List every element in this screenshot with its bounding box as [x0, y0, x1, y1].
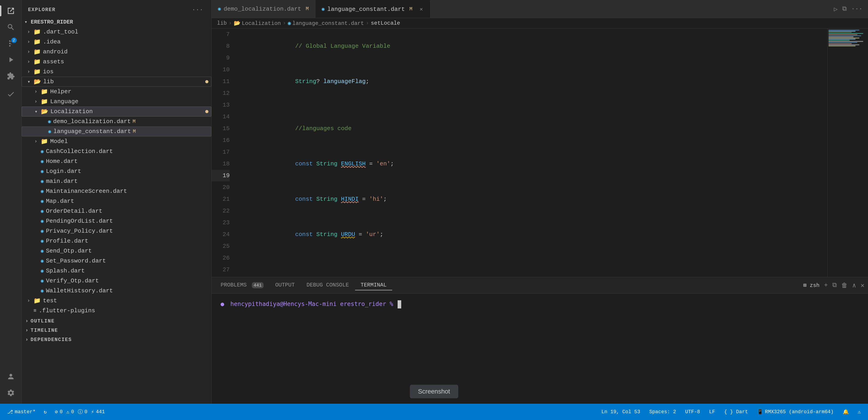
status-device[interactable]: 📱 RMX3265 (android-arm64) — [755, 408, 835, 416]
chevron-right-icon8: › — [34, 139, 41, 144]
localization-modified-dot — [205, 110, 209, 113]
demo-localization-badge: M — [133, 119, 135, 124]
status-notifications[interactable]: 🔔 — [841, 408, 850, 416]
code-editor[interactable]: 7 8 9 10 11 12 13 14 15 16 17 18 19 20 — [212, 29, 868, 277]
ln21: 21 — [212, 193, 230, 205]
sidebar-item-splash[interactable]: ◉ Splash.dart — [22, 266, 211, 276]
panel-tab-terminal[interactable]: TERMINAL — [355, 280, 392, 290]
chevron-down-icon: ▾ — [24, 19, 31, 25]
code-content[interactable]: // Global Language Variable String? lang… — [234, 29, 827, 277]
terminal-maximize-icon[interactable]: ∧ — [852, 281, 856, 289]
status-branch[interactable]: ⎇ master* — [5, 408, 37, 416]
sidebar-item-privacy[interactable]: ◉ Privacy_Policy.dart — [22, 226, 211, 236]
sidebar-section-dependencies[interactable]: › DEPENDENCIES — [22, 334, 211, 343]
panel-content[interactable]: ● hencypithadiya@Hencys-Mac-mini erestro… — [212, 293, 868, 404]
sidebar-more-icon[interactable]: ··· — [190, 5, 205, 14]
sidebar-item-project[interactable]: ▾ ERESTRO_RIDER — [22, 17, 211, 27]
tab-language-constant[interactable]: ◉ language_constant.dart M ✕ — [315, 0, 430, 18]
sidebar-section-timeline[interactable]: › TIMELINE — [22, 325, 211, 334]
sidebar-item-setpassword[interactable]: ◉ Set_Password.dart — [22, 256, 211, 266]
run-icon[interactable]: ▷ — [834, 5, 838, 13]
extensions-activity-icon[interactable] — [4, 69, 18, 83]
sidebar-item-lib[interactable]: ▾ 📂 lib — [22, 77, 211, 87]
sidebar-item-pendingordlist[interactable]: ◉ PendingOrdList.dart — [22, 216, 211, 226]
sidebar-item-maintainance[interactable]: ◉ MaintainanceScreen.dart — [22, 186, 211, 196]
sidebar-item-demo-localization[interactable]: ◉ demo_localization.dart M — [22, 116, 211, 127]
split-editor-icon[interactable]: ⧉ — [842, 5, 847, 12]
ln20: 20 — [212, 181, 230, 193]
account-activity-icon[interactable] — [4, 369, 18, 384]
sidebar-item-idea[interactable]: › 📁 .idea — [22, 37, 211, 47]
sidebar-item-flutter-plugins[interactable]: ≡ .flutter-plugins — [22, 306, 211, 316]
code-line-12: const String HINDI = 'hi'; — [239, 181, 827, 217]
breadcrumb-localization[interactable]: 📂Localization — [234, 20, 281, 26]
sidebar-item-model[interactable]: › 📁 Model — [22, 136, 211, 146]
sidebar-item-home[interactable]: ◉ Home.dart — [22, 157, 211, 166]
tab-demo-localization[interactable]: ◉ demo_localization.dart M — [212, 0, 315, 18]
chevron-down-icon2: ▾ — [27, 79, 34, 85]
explorer-activity-icon[interactable] — [4, 4, 18, 18]
sidebar-item-android[interactable]: › 📁 android — [22, 47, 211, 57]
device-icon: 📱 — [757, 409, 763, 415]
sidebar-item-localization[interactable]: ▾ 📂 Localization — [22, 107, 211, 116]
test-label: test — [43, 297, 57, 304]
ln25: 25 — [212, 240, 230, 252]
sidebar-item-language[interactable]: › 📁 Language — [22, 96, 211, 107]
source-control-badge: 2 — [11, 37, 17, 43]
sidebar-item-helper[interactable]: › 📁 Helper — [22, 87, 211, 96]
tab-close-icon[interactable]: ✕ — [418, 5, 424, 13]
code-line-11: const String ENGLISH = 'en'; — [239, 146, 827, 181]
breadcrumb-language-constant[interactable]: ◉language_constant.dart — [288, 20, 364, 26]
status-feedback[interactable]: ⚠ — [856, 408, 863, 416]
terminal-shell-label: ⊞ zsh — [803, 282, 819, 288]
breadcrumb-setlocale[interactable]: setLocale — [371, 20, 400, 26]
ln10: 10 — [212, 64, 230, 76]
sidebar-item-verifyotp[interactable]: ◉ Verify_Otp.dart — [22, 276, 211, 286]
sidebar-item-orderdetail[interactable]: ◉ OrderDetail.dart — [22, 206, 211, 216]
terminal-split-icon[interactable]: ⧉ — [832, 282, 837, 289]
status-encoding[interactable]: UTF-8 — [683, 408, 702, 416]
ln9: 9 — [212, 52, 230, 64]
sidebar-item-sendotp[interactable]: ◉ Send_Otp.dart — [22, 246, 211, 256]
sidebar-item-cashcollection[interactable]: ◉ CashCollection.dart — [22, 146, 211, 157]
sidebar-item-main[interactable]: ◉ main.dart — [22, 176, 211, 186]
feedback-icon: ⚠ — [858, 409, 861, 415]
terminal-close-icon[interactable]: ✕ — [861, 281, 864, 289]
status-language[interactable]: { } Dart — [722, 408, 750, 416]
settings-activity-icon[interactable] — [4, 386, 18, 400]
sidebar-item-wallethistsory[interactable]: ◉ WalletHistsory.dart — [22, 286, 211, 296]
terminal-add-icon[interactable]: + — [824, 282, 828, 289]
sidebar-item-login[interactable]: ◉ Login.dart — [22, 166, 211, 176]
code-line-8: String? languageFlag; — [239, 64, 827, 99]
more-actions-icon[interactable]: ··· — [851, 5, 863, 12]
breadcrumb-sep1: › — [228, 20, 232, 26]
breadcrumb-lib[interactable]: lib — [217, 20, 227, 26]
sidebar-item-ios[interactable]: › 📁 ios — [22, 67, 211, 77]
status-cursor-position[interactable]: Ln 19, Col 53 — [600, 408, 642, 416]
sidebar-item-test[interactable]: › 📁 test — [22, 296, 211, 306]
panel-tab-output[interactable]: OUTPUT — [270, 280, 300, 290]
project-label: ERESTRO_RIDER — [31, 19, 73, 25]
sidebar-section-outline[interactable]: › OUTLINE — [22, 316, 211, 325]
status-spaces[interactable]: Spaces: 2 — [647, 408, 678, 416]
sidebar-item-assets[interactable]: › 📁 assets — [22, 57, 211, 67]
status-bar: ⎇ master* ↻ ⊘ 0 ⚠ 0 ⓘ 0 ⚡ 441 Ln 19, Col… — [0, 404, 868, 420]
sidebar-item-profile[interactable]: ◉ Profile.dart — [22, 236, 211, 246]
search-activity-icon[interactable] — [4, 20, 18, 34]
status-sync[interactable]: ↻ — [42, 408, 49, 416]
status-eol[interactable]: LF — [707, 408, 717, 416]
profile-label: Profile.dart — [46, 237, 88, 244]
sidebar-item-language-constant[interactable]: ◉ language_constant.dart M — [22, 127, 211, 136]
code-line-7: // Global Language Variable — [239, 29, 827, 64]
sidebar-item-map[interactable]: ◉ Map.dart — [22, 196, 211, 206]
testing-activity-icon[interactable] — [4, 87, 18, 102]
panel-tab-problems[interactable]: PROBLEMS 441 — [215, 280, 269, 290]
sidebar-item-dart-tool[interactable]: › 📁 .dart_tool — [22, 27, 211, 37]
terminal-trash-icon[interactable]: 🗑 — [841, 281, 848, 289]
terminal-prompt-line: ● hencypithadiya@Hencys-Mac-mini erestro… — [221, 298, 859, 310]
panel-tab-debug-console[interactable]: DEBUG CONSOLE — [301, 280, 354, 290]
status-errors[interactable]: ⊘ 0 ⚠ 0 ⓘ 0 ⚡ 441 — [53, 408, 107, 416]
run-activity-icon[interactable] — [4, 53, 18, 67]
source-control-activity-icon[interactable]: 2 — [4, 36, 18, 51]
ln7: 7 — [212, 29, 230, 40]
